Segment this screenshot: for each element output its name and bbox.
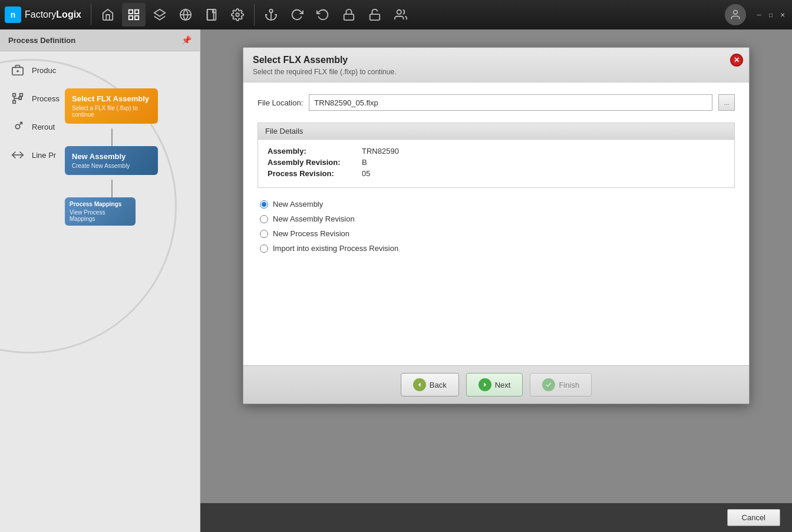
lock-alt-icon[interactable] <box>363 3 387 27</box>
process-revision-value: 05 <box>362 169 370 178</box>
radio-new-assembly[interactable]: New Assembly <box>260 200 732 209</box>
close-button[interactable]: ✕ <box>778 10 787 19</box>
finish-label: Finish <box>559 381 579 389</box>
pin-icon[interactable]: 📌 <box>182 35 192 45</box>
lock-icon[interactable] <box>337 3 361 27</box>
file-details-content: Assembly: TRN82590 Assembly Revision: B … <box>258 140 734 187</box>
svg-marker-4 <box>154 9 165 16</box>
assembly-revision-value: B <box>362 158 367 167</box>
svg-rect-20 <box>13 101 16 104</box>
app-logo: n FactoryLogix <box>5 6 81 23</box>
dialog-footer: Back Next <box>243 365 749 404</box>
svg-rect-2 <box>135 16 138 19</box>
sidebar-title: Process Definition <box>8 36 75 45</box>
file-browse-button[interactable]: ... <box>718 94 735 111</box>
file-detail-assembly: Assembly: TRN82590 <box>268 147 725 156</box>
next-button[interactable]: Next <box>466 373 523 396</box>
file-detail-process-revision: Process Revision: 05 <box>268 169 725 178</box>
svg-rect-21 <box>20 94 23 97</box>
topbar-right: ─ □ ✕ <box>725 4 787 25</box>
radio-new-assembly-revision[interactable]: New Assembly Revision <box>260 214 732 223</box>
grid-icon[interactable] <box>122 3 146 27</box>
radio-new-process-revision-label: New Process Revision <box>273 229 349 238</box>
sidebar-item-produc[interactable]: Produc <box>0 56 200 84</box>
dialog-subtitle: Select the required FLX file (.flxp) to … <box>253 68 740 76</box>
workflow-node-process-mappings[interactable]: Process Mappings View Process Mappings <box>65 197 136 226</box>
file-location-row: File Location: ... <box>258 94 735 111</box>
radio-group: New Assembly New Assembly Revision New P… <box>258 200 735 253</box>
radio-new-process-revision[interactable]: New Process Revision <box>260 229 732 238</box>
globe-icon[interactable] <box>174 3 197 27</box>
svg-rect-19 <box>13 94 16 97</box>
users-icon[interactable] <box>389 3 412 27</box>
process-revision-label: Process Revision: <box>268 169 362 178</box>
sidebar: Process Definition 📌 Produc <box>0 29 200 532</box>
dialog-title-bar: Select FLX Assembly Select the required … <box>243 48 749 82</box>
radio-new-assembly-input[interactable] <box>260 200 268 209</box>
window-controls: ─ □ ✕ <box>754 10 787 19</box>
node-connector-2 <box>111 180 113 197</box>
node-select-flx-subtitle: Select a FLX file (.flxp) to continue <box>72 105 151 118</box>
dialog-overlay: Select FLX Assembly Select the required … <box>200 41 792 532</box>
finish-icon <box>542 378 555 391</box>
node-connector-1 <box>111 128 113 146</box>
dialog-title: Select FLX Assembly <box>253 55 740 65</box>
maximize-button[interactable]: □ <box>766 10 776 19</box>
topbar-sep-2 <box>254 4 255 25</box>
file-location-input[interactable] <box>309 94 712 111</box>
sidebar-item-linepr-label: Line Pr <box>32 151 56 160</box>
sidebar-header: Process Definition 📌 <box>0 29 200 51</box>
sidebar-item-produc-label: Produc <box>32 66 56 75</box>
cancel-bar: Cancel <box>200 503 792 532</box>
dialog-close-button[interactable]: ✕ <box>730 54 743 67</box>
file-location-label: File Location: <box>258 98 303 107</box>
svg-rect-0 <box>129 10 133 14</box>
workflow-node-new-assembly[interactable]: New Assembly Create New Assembly <box>65 146 158 175</box>
back-label: Back <box>430 381 447 389</box>
back-button[interactable]: Back <box>401 373 459 396</box>
radio-import-existing-input[interactable] <box>260 244 268 253</box>
svg-rect-25 <box>19 97 22 100</box>
main-area: Process Definition 📌 Produc <box>0 29 792 532</box>
anchor-icon[interactable] <box>259 3 283 27</box>
linepr-icon <box>9 147 26 163</box>
radio-new-process-revision-input[interactable] <box>260 230 268 238</box>
cancel-button[interactable]: Cancel <box>727 509 780 526</box>
dialog-body: File Location: ... File Details Assembly… <box>243 82 749 365</box>
finish-button[interactable]: Finish <box>530 373 592 396</box>
assembly-value: TRN82590 <box>362 147 399 156</box>
sidebar-item-rerout-label: Rerout <box>32 123 55 131</box>
node-select-flx-title: Select FLX Assembly <box>72 94 151 103</box>
logo-icon: n <box>5 6 21 23</box>
next-icon <box>478 378 491 391</box>
assembly-label: Assembly: <box>268 147 362 156</box>
file-details-title: File Details <box>258 123 734 140</box>
refresh-cw-icon[interactable] <box>285 3 309 27</box>
dialog-box: Select FLX Assembly Select the required … <box>243 47 750 404</box>
document-icon[interactable] <box>200 3 223 27</box>
back-icon <box>413 378 426 391</box>
file-details-box: File Details Assembly: TRN82590 Assembly… <box>258 123 735 188</box>
refresh-ccw-icon[interactable] <box>311 3 335 27</box>
next-label: Next <box>495 381 511 389</box>
svg-point-9 <box>236 13 239 16</box>
user-avatar[interactable] <box>725 4 746 25</box>
svg-rect-12 <box>344 14 354 20</box>
radio-import-existing-label: Import into existing Process Revision <box>273 244 398 253</box>
radio-new-assembly-revision-input[interactable] <box>260 215 268 223</box>
radio-import-existing[interactable]: Import into existing Process Revision <box>260 244 732 253</box>
app-name: FactoryLogix <box>25 9 81 20</box>
node-new-assembly-subtitle: Create New Assembly <box>72 163 151 169</box>
home-icon[interactable] <box>96 3 120 27</box>
node-process-mappings-title: Process Mappings <box>70 201 131 207</box>
svg-rect-1 <box>135 10 138 14</box>
node-process-mappings-subtitle: View Process Mappings <box>70 209 131 222</box>
workflow-canvas: Select FLX Assembly Select a FLX file (.… <box>65 88 200 230</box>
minimize-button[interactable]: ─ <box>754 10 764 19</box>
file-detail-assembly-revision: Assembly Revision: B <box>268 158 725 167</box>
layers-icon[interactable] <box>148 3 171 27</box>
workflow-node-select-flx[interactable]: Select FLX Assembly Select a FLX file (.… <box>65 88 158 124</box>
settings-icon[interactable] <box>226 3 249 27</box>
produc-icon <box>9 62 26 78</box>
topbar: n FactoryLogix <box>0 0 792 29</box>
